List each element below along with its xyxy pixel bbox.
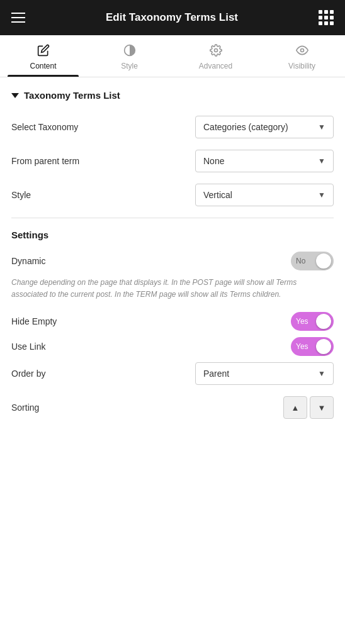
- settings-heading: Settings: [11, 230, 334, 240]
- gear-icon: [210, 44, 222, 58]
- style-dropdown[interactable]: Vertical ▼: [195, 184, 334, 206]
- sort-descending-button[interactable]: ▼: [310, 396, 334, 419]
- chevron-down-icon: ▼: [318, 191, 325, 199]
- from-parent-term-value: None: [203, 156, 224, 166]
- hide-empty-toggle-text: Yes: [296, 317, 308, 326]
- circle-half-icon: [123, 44, 136, 58]
- order-by-label: Order by: [11, 369, 45, 379]
- hide-empty-row: Hide Empty Yes: [11, 312, 334, 331]
- pencil-icon: [37, 44, 50, 58]
- svg-point-1: [214, 49, 217, 52]
- style-field-row: Style Vertical ▼: [11, 184, 334, 206]
- dynamic-label: Dynamic: [11, 256, 45, 266]
- tab-style-label: Style: [121, 62, 138, 70]
- toggle-knob: [316, 314, 331, 329]
- tab-content-label: Content: [30, 62, 56, 70]
- section-title: Taxonomy Terms List: [24, 90, 120, 101]
- style-field-label: Style: [11, 190, 31, 200]
- tabs-bar: Content Style Advanced Visibility: [0, 35, 345, 77]
- from-parent-term-dropdown[interactable]: None ▼: [195, 150, 334, 172]
- dynamic-toggle-text: No: [296, 257, 305, 265]
- use-link-toggle[interactable]: Yes: [291, 337, 334, 356]
- header: Edit Taxonomy Terms List: [0, 0, 345, 35]
- dynamic-toggle[interactable]: No: [291, 252, 334, 270]
- collapse-arrow-icon[interactable]: [11, 93, 19, 98]
- sorting-buttons: ▲ ▼: [283, 396, 334, 419]
- from-parent-term-label: From parent term: [11, 156, 79, 166]
- chevron-down-icon: ▼: [318, 369, 325, 378]
- apps-grid-icon[interactable]: [319, 10, 334, 25]
- tab-visibility[interactable]: Visibility: [259, 35, 345, 77]
- header-title: Edit Taxonomy Terms List: [106, 11, 238, 24]
- order-by-row: Order by Parent ▼: [11, 362, 334, 385]
- divider: [11, 218, 334, 218]
- sort-ascending-button[interactable]: ▲: [283, 396, 307, 419]
- tab-style[interactable]: Style: [86, 35, 172, 77]
- dynamic-row: Dynamic No: [11, 252, 334, 270]
- tab-advanced[interactable]: Advanced: [172, 35, 259, 77]
- style-value: Vertical: [203, 190, 232, 200]
- sorting-label: Sorting: [11, 402, 39, 413]
- tab-content[interactable]: Content: [0, 35, 86, 77]
- hamburger-menu-icon[interactable]: [11, 13, 25, 23]
- order-by-value: Parent: [203, 369, 229, 379]
- select-taxonomy-row: Select Taxonomy Categories (category) ▼: [11, 116, 334, 138]
- use-link-label: Use Link: [11, 341, 45, 352]
- sorting-row: Sorting ▲ ▼: [11, 396, 334, 419]
- section-heading: Taxonomy Terms List: [11, 90, 334, 101]
- use-link-toggle-text: Yes: [296, 342, 308, 351]
- hide-empty-label: Hide Empty: [11, 316, 57, 326]
- eye-icon: [296, 44, 308, 58]
- dynamic-description: Change depending on the page that displa…: [11, 277, 334, 301]
- hide-empty-toggle[interactable]: Yes: [291, 312, 334, 331]
- select-taxonomy-label: Select Taxonomy: [11, 122, 78, 132]
- select-taxonomy-dropdown[interactable]: Categories (category) ▼: [195, 116, 334, 138]
- select-taxonomy-value: Categories (category): [203, 122, 288, 132]
- chevron-down-icon: ▼: [318, 123, 325, 131]
- toggle-knob: [316, 339, 331, 354]
- chevron-down-icon: ▼: [318, 157, 325, 165]
- use-link-row: Use Link Yes: [11, 337, 334, 356]
- order-by-dropdown[interactable]: Parent ▼: [195, 362, 334, 385]
- toggle-knob: [316, 253, 331, 269]
- from-parent-term-row: From parent term None ▼: [11, 150, 334, 172]
- svg-point-2: [300, 49, 303, 52]
- tab-visibility-label: Visibility: [288, 62, 315, 70]
- tab-advanced-label: Advanced: [199, 62, 232, 70]
- main-content: Taxonomy Terms List Select Taxonomy Cate…: [0, 77, 345, 443]
